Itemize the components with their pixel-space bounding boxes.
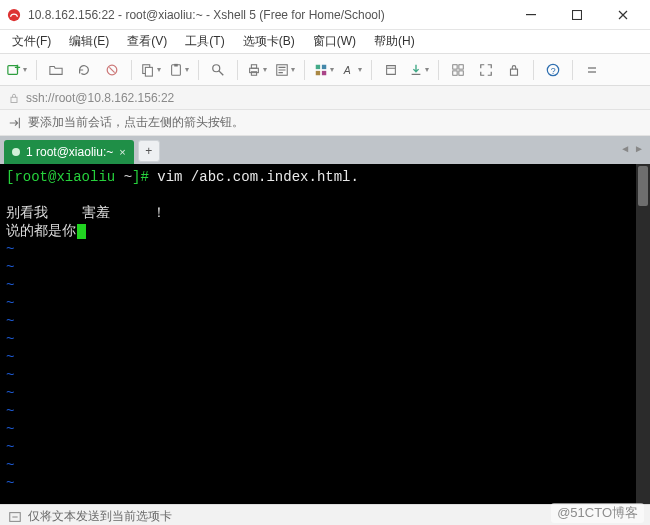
svg-rect-22 <box>459 70 463 74</box>
tilde-line: ~ <box>6 348 644 366</box>
script-button[interactable] <box>380 59 402 81</box>
tilde-line: ~ <box>6 438 644 456</box>
command-text: vim /abc.com.index.html. <box>157 169 359 185</box>
new-session-button[interactable] <box>6 59 28 81</box>
help-icon[interactable]: ? <box>542 59 564 81</box>
tab-nav: ◄ ► <box>620 143 644 154</box>
svg-rect-11 <box>251 64 256 68</box>
cursor <box>77 224 86 239</box>
tab-nav-right[interactable]: ► <box>634 143 644 154</box>
svg-rect-19 <box>453 64 457 68</box>
svg-rect-17 <box>322 70 326 74</box>
body-line-1: 别看我 害羞 ！ <box>6 204 644 222</box>
lock-icon <box>8 92 20 104</box>
menu-file[interactable]: 文件(F) <box>6 30 57 53</box>
prompt-user: [root@xiaoliu <box>6 169 124 185</box>
menu-view[interactable]: 查看(V) <box>121 30 173 53</box>
tab-add-button[interactable]: + <box>138 140 160 162</box>
menu-options[interactable]: 选项卡(B) <box>237 30 301 53</box>
tab-label: 1 root@xiaoliu:~ <box>26 145 113 159</box>
tilde-line: ~ <box>6 366 644 384</box>
tilde-line: ~ <box>6 384 644 402</box>
tab-strip: 1 root@xiaoliu:~ × + ◄ ► <box>0 136 650 164</box>
arrow-add-icon[interactable] <box>8 116 22 130</box>
svg-rect-26 <box>11 97 17 102</box>
tilde-line: ~ <box>6 294 644 312</box>
titlebar: 10.8.162.156:22 - root@xiaoliu:~ - Xshel… <box>0 0 650 30</box>
reconnect-button[interactable] <box>73 59 95 81</box>
color-scheme-button[interactable] <box>313 59 335 81</box>
svg-rect-1 <box>526 14 536 15</box>
tab-nav-left[interactable]: ◄ <box>620 143 630 154</box>
tilde-line: ~ <box>6 312 644 330</box>
svg-rect-8 <box>174 63 178 66</box>
send-mode-icon[interactable] <box>8 510 22 524</box>
window-title: 10.8.162.156:22 - root@xiaoliu:~ - Xshel… <box>28 8 508 22</box>
print-button[interactable] <box>246 59 268 81</box>
hint-bar: 要添加当前会话，点击左侧的箭头按钮。 <box>0 110 650 136</box>
prompt-path: ~ <box>124 169 132 185</box>
font-button[interactable]: A <box>341 59 363 81</box>
maximize-button[interactable] <box>554 0 600 30</box>
menu-window[interactable]: 窗口(W) <box>307 30 362 53</box>
svg-rect-16 <box>316 70 320 74</box>
svg-rect-20 <box>459 64 463 68</box>
svg-point-0 <box>8 8 20 20</box>
tilde-line: ~ <box>6 276 644 294</box>
overflow-icon[interactable] <box>581 59 603 81</box>
tab-close-icon[interactable]: × <box>119 146 125 158</box>
find-button[interactable] <box>207 59 229 81</box>
scrollbar-thumb[interactable] <box>638 166 648 206</box>
session-tab[interactable]: 1 root@xiaoliu:~ × <box>4 140 134 164</box>
svg-rect-2 <box>573 10 582 19</box>
status-text: 仅将文本发送到当前选项卡 <box>28 508 172 525</box>
address-bar: ssh://root@10.8.162.156:22 <box>0 86 650 110</box>
tilde-line: ~ <box>6 420 644 438</box>
menu-edit[interactable]: 编辑(E) <box>63 30 115 53</box>
prompt-tail: ]# <box>132 169 157 185</box>
close-button[interactable] <box>600 0 646 30</box>
svg-rect-14 <box>316 64 320 68</box>
svg-text:?: ? <box>551 65 556 75</box>
svg-point-9 <box>213 64 220 71</box>
svg-rect-6 <box>145 67 152 76</box>
svg-text:A: A <box>343 63 351 75</box>
properties-button[interactable] <box>274 59 296 81</box>
tab-add-label: + <box>145 144 152 158</box>
svg-rect-23 <box>511 69 518 75</box>
blank-line <box>6 186 644 204</box>
svg-rect-15 <box>322 64 326 68</box>
prompt-line: [root@xiaoliu ~]# vim /abc.com.index.htm… <box>6 168 644 186</box>
watermark: @51CTO博客 <box>551 503 644 523</box>
toolbar: A ? <box>0 54 650 86</box>
tilde-line: ~ <box>6 402 644 420</box>
fullscreen-button[interactable] <box>475 59 497 81</box>
window-controls <box>508 0 646 30</box>
minimize-button[interactable] <box>508 0 554 30</box>
tilde-line: ~ <box>6 258 644 276</box>
tilde-line: ~ <box>6 330 644 348</box>
tilde-line: ~ <box>6 456 644 474</box>
body-line-2: 说的都是你 <box>6 222 644 240</box>
transfer-button[interactable] <box>408 59 430 81</box>
paste-button[interactable] <box>168 59 190 81</box>
svg-rect-21 <box>453 70 457 74</box>
tilde-line: ~ <box>6 474 644 492</box>
tilde-line: ~ <box>6 240 644 258</box>
terminal-scrollbar[interactable] <box>636 164 650 504</box>
tab-status-dot <box>12 148 20 156</box>
address-text[interactable]: ssh://root@10.8.162.156:22 <box>26 91 174 105</box>
disconnect-button[interactable] <box>101 59 123 81</box>
copy-button[interactable] <box>140 59 162 81</box>
lock-button[interactable] <box>503 59 525 81</box>
layout-button[interactable] <box>447 59 469 81</box>
open-button[interactable] <box>45 59 67 81</box>
terminal[interactable]: [root@xiaoliu ~]# vim /abc.com.index.htm… <box>0 164 650 504</box>
menu-help[interactable]: 帮助(H) <box>368 30 421 53</box>
menubar: 文件(F) 编辑(E) 查看(V) 工具(T) 选项卡(B) 窗口(W) 帮助(… <box>0 30 650 54</box>
hint-text: 要添加当前会话，点击左侧的箭头按钮。 <box>28 114 244 131</box>
app-icon <box>6 7 22 23</box>
menu-tools[interactable]: 工具(T) <box>179 30 230 53</box>
